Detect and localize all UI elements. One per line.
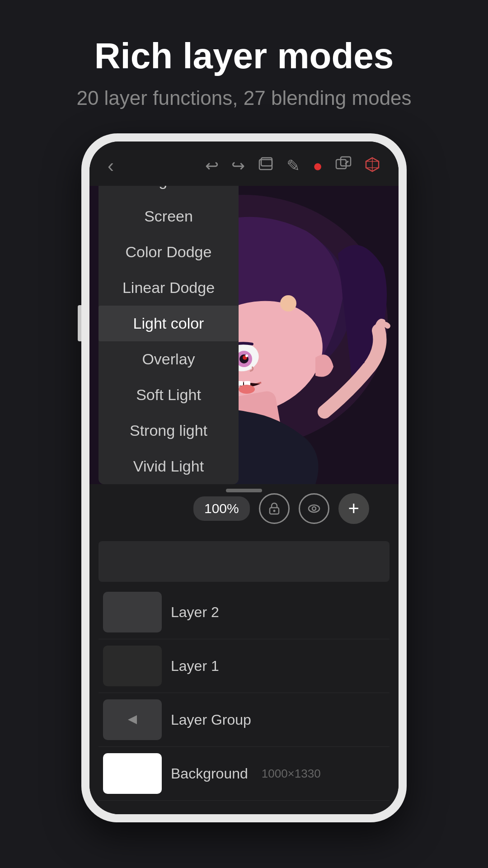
main-title: Rich layer modes <box>18 36 470 76</box>
canvas-image: Dark Color Brighten Screen Color Dodge L… <box>89 186 399 484</box>
visibility-button[interactable] <box>299 493 329 524</box>
blend-mode-strong-light[interactable]: Strong light <box>99 413 239 448</box>
layer-name: Background <box>171 765 248 782</box>
canvas-area: Dark Color Brighten Screen Color Dodge L… <box>89 186 399 533</box>
svg-point-19 <box>280 295 296 311</box>
layer-item[interactable]: Layer 1 <box>99 639 389 693</box>
layer-thumbnail <box>103 592 162 632</box>
layer-name: Layer Group <box>171 712 251 728</box>
import-button[interactable] <box>335 156 352 176</box>
svg-point-13 <box>245 354 248 357</box>
add-layer-button[interactable]: + <box>338 493 369 524</box>
active-layer-bar <box>99 541 389 582</box>
svg-point-23 <box>312 507 316 510</box>
drag-handle[interactable] <box>226 489 262 492</box>
svg-point-22 <box>309 505 319 512</box>
blend-mode-brighten[interactable]: Brighten <box>99 186 239 198</box>
layer-thumbnail <box>103 699 162 740</box>
record-button[interactable]: ● <box>313 156 323 175</box>
svg-point-21 <box>273 510 275 512</box>
undo-button[interactable]: ↩ <box>205 156 219 175</box>
opacity-value[interactable]: 100% <box>193 496 250 521</box>
blend-mode-light-color[interactable]: Light color <box>99 306 239 341</box>
redo-button[interactable]: ↪ <box>231 156 245 175</box>
blend-mode-screen[interactable]: Screen <box>99 198 239 234</box>
svg-point-16 <box>239 385 255 394</box>
cube-button[interactable] <box>364 156 380 176</box>
brush-button[interactable]: ✎ <box>286 156 300 175</box>
layer-thumbnail <box>103 646 162 686</box>
layer-size: 1000×1330 <box>262 767 321 781</box>
svg-marker-24 <box>128 715 137 724</box>
layer-name: Layer 2 <box>171 604 219 621</box>
layer-item[interactable]: Layer 2 <box>99 585 389 639</box>
toolbar: ‹ ↩ ↪ ✎ ● <box>89 142 399 186</box>
back-button[interactable]: ‹ <box>108 155 114 177</box>
blend-mode-linear-dodge[interactable]: Linear Dodge <box>99 270 239 306</box>
phone-screen: ‹ ↩ ↪ ✎ ● <box>89 142 399 814</box>
blend-mode-vivid-light[interactable]: Vivid Light <box>99 448 239 484</box>
header-section: Rich layer modes 20 layer functions, 27 … <box>0 0 488 133</box>
lock-button[interactable] <box>259 493 290 524</box>
layer-name: Layer 1 <box>171 658 219 675</box>
layer-list: Layer 2 Layer 1 Layer Group Background <box>89 533 399 814</box>
blend-mode-soft-light[interactable]: Soft Light <box>99 377 239 413</box>
blend-mode-color-dodge[interactable]: Color Dodge <box>99 234 239 270</box>
blend-mode-overlay[interactable]: Overlay <box>99 341 239 377</box>
layer-item[interactable]: Background 1000×1330 <box>99 747 389 801</box>
phone-side-button <box>78 305 81 341</box>
layers-button[interactable] <box>258 156 274 176</box>
layer-thumbnail <box>103 753 162 794</box>
layer-controls-bar: 100% + <box>89 484 399 533</box>
svg-rect-1 <box>261 158 272 166</box>
phone-frame: ‹ ↩ ↪ ✎ ● <box>81 133 407 822</box>
sub-title: 20 layer functions, 27 blending modes <box>18 85 470 111</box>
layer-item[interactable]: Layer Group <box>99 693 389 747</box>
blend-mode-dropdown: Dark Color Brighten Screen Color Dodge L… <box>99 186 239 484</box>
